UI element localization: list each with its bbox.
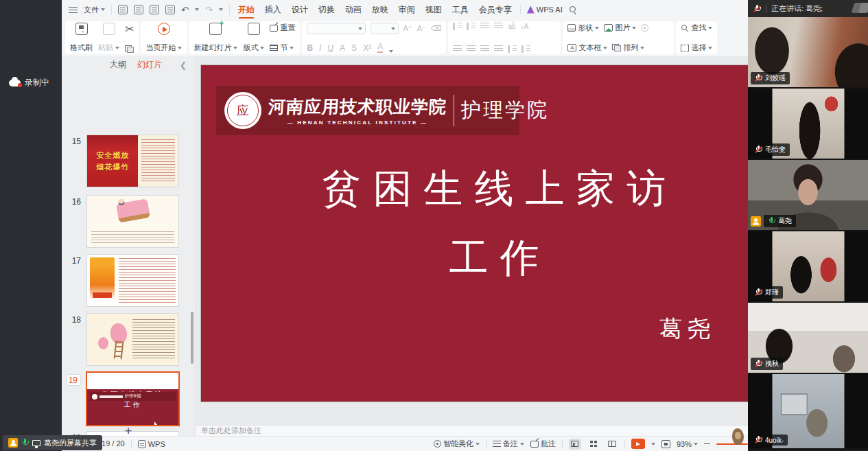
bullet-list-icon[interactable] xyxy=(453,23,462,30)
decrease-indent-icon[interactable] xyxy=(480,23,489,30)
tab-review[interactable]: 审阅 xyxy=(397,0,417,19)
strikethrough-button[interactable]: S xyxy=(351,43,357,53)
fit-window-icon[interactable] xyxy=(661,440,670,448)
wps-ai-button[interactable]: WPS AI xyxy=(527,5,563,14)
print-icon[interactable] xyxy=(150,5,159,14)
panel-scrollbar[interactable] xyxy=(191,312,193,364)
start-current-page-button[interactable]: 当页开始 xyxy=(145,23,182,53)
bold-button[interactable]: B xyxy=(307,43,313,53)
undo-icon[interactable]: ↶ xyxy=(181,5,189,15)
notes-bar[interactable]: 单击此处添加备注 xyxy=(196,425,748,436)
tab-tools[interactable]: 工具 xyxy=(450,0,471,19)
align-left-icon[interactable] xyxy=(453,45,462,53)
hamburger-icon[interactable] xyxy=(69,7,78,13)
output-icon[interactable] xyxy=(134,5,143,14)
zoom-level[interactable]: 93% xyxy=(677,440,698,448)
tab-view[interactable]: 视图 xyxy=(423,0,444,19)
phonetic-icon[interactable]: ab̄ xyxy=(508,23,515,30)
video-tile[interactable]: 4uoik- xyxy=(748,374,868,450)
tab-slideshow[interactable]: 放映 xyxy=(370,0,390,19)
tab-insert[interactable]: 插入 xyxy=(263,0,283,19)
video-tile[interactable]: 毛怡斐 xyxy=(748,89,868,160)
tab-home[interactable]: 开始 xyxy=(236,0,257,19)
muted-mic-icon[interactable] xyxy=(753,5,761,13)
comments-button[interactable]: 批注 xyxy=(530,439,556,449)
search-icon[interactable] xyxy=(569,5,577,14)
tab-slides[interactable]: 幻灯片 xyxy=(137,59,162,71)
tab-member[interactable]: 会员专享 xyxy=(477,0,514,19)
highlight-dropdown[interactable] xyxy=(389,50,393,53)
wps-button[interactable]: WPS xyxy=(138,440,165,448)
normal-view-button[interactable] xyxy=(569,439,581,450)
slideshow-play-button[interactable] xyxy=(631,439,645,449)
file-menu[interactable]: 文件 xyxy=(84,5,105,15)
slide-thumbnail-17[interactable] xyxy=(87,255,178,306)
new-slide-button[interactable]: 新建幻灯片 xyxy=(193,23,237,53)
video-tile[interactable]: 刘姣瑶 xyxy=(748,17,868,89)
tab-design[interactable]: 设计 xyxy=(290,0,310,19)
slide-canvas[interactable]: 应 河南应用技术职业学院 — HENAN TECHNICAL INSTITUTE… xyxy=(201,65,748,402)
play-dropdown[interactable] xyxy=(651,443,655,446)
paragraph-settings-icon[interactable] xyxy=(521,45,530,53)
increase-font-icon[interactable]: A⁺ xyxy=(403,24,412,33)
clear-format-icon[interactable]: ⌫ xyxy=(431,24,442,33)
tab-transition[interactable]: 切换 xyxy=(316,0,337,19)
font-name-select[interactable] xyxy=(307,23,365,34)
zoom-slider[interactable] xyxy=(716,443,748,445)
char-spacing-button[interactable]: A xyxy=(340,43,345,53)
align-right-icon[interactable] xyxy=(480,45,489,53)
pictures-button[interactable]: 图片 xyxy=(604,23,636,33)
section-button[interactable]: 节 xyxy=(270,43,295,53)
slide-title[interactable]: 贫困生线上家访 工作 xyxy=(201,163,748,285)
redo-icon[interactable]: ↷ xyxy=(205,5,213,15)
line-spacing-icon[interactable] xyxy=(508,45,517,53)
collapse-panel-icon[interactable]: ❮ xyxy=(180,60,187,70)
slide-thumbnail-18[interactable] xyxy=(87,314,178,365)
font-size-select[interactable] xyxy=(371,23,399,34)
shapes-icon xyxy=(567,24,576,32)
screen-share-overlay[interactable]: 葛尧的屏幕共享 xyxy=(3,435,102,450)
select-button[interactable]: 选择 xyxy=(681,43,712,53)
font-color-button[interactable]: A xyxy=(377,42,383,53)
notes-button[interactable]: 备注 xyxy=(493,439,524,449)
arrange-button[interactable]: 排列 xyxy=(612,43,644,53)
video-tile-active-speaker[interactable]: 葛尧 xyxy=(748,160,868,231)
redo-dropdown[interactable] xyxy=(219,8,223,11)
text-direction-icon[interactable]: ↓A xyxy=(521,23,529,30)
reset-button[interactable]: 重置 xyxy=(270,23,295,33)
slide-sorter-button[interactable] xyxy=(587,439,600,450)
disabled-insert-icon xyxy=(641,24,648,32)
slide-thumbnail-16[interactable] xyxy=(87,196,178,247)
format-painter-button[interactable]: 格式刷 xyxy=(70,23,93,53)
slide-thumbnail-19[interactable]: 护理学院 贫困生线上家访 工作 葛尧 xyxy=(87,373,178,425)
superscript-button[interactable]: X² xyxy=(363,43,371,53)
shapes-button[interactable]: 形状 xyxy=(567,23,599,33)
numbered-list-icon[interactable] xyxy=(467,23,476,30)
tab-animation[interactable]: 动画 xyxy=(343,0,364,19)
decrease-font-icon[interactable]: A⁻ xyxy=(417,24,426,33)
save-icon[interactable] xyxy=(118,5,128,14)
underline-button[interactable]: U xyxy=(327,43,333,53)
justify-icon[interactable] xyxy=(494,45,503,53)
print-preview-icon[interactable] xyxy=(165,5,175,14)
increase-indent-icon[interactable] xyxy=(494,23,503,30)
layout-button[interactable]: 版式 xyxy=(243,23,264,53)
video-tile[interactable]: 郑瑾 xyxy=(748,231,868,303)
tab-outline[interactable]: 大纲 xyxy=(110,59,126,71)
wps-mascot[interactable] xyxy=(732,428,744,445)
italic-button[interactable]: I xyxy=(319,43,321,53)
smart-beautify-button[interactable]: 智能美化 xyxy=(434,439,480,449)
textbox-button[interactable]: A文本框 xyxy=(567,43,607,53)
find-button[interactable]: 查找 xyxy=(681,23,712,33)
slide-author[interactable]: 葛尧 xyxy=(659,314,716,345)
video-tile[interactable]: 挽秋 xyxy=(748,303,868,374)
undo-dropdown[interactable] xyxy=(195,8,199,11)
align-center-icon[interactable] xyxy=(467,45,476,53)
paste-button[interactable]: 粘贴 xyxy=(98,23,119,53)
cut-icon[interactable]: ✂ xyxy=(125,23,134,36)
slide-thumbnail-15[interactable]: 安全燃放 烟花爆竹 xyxy=(87,135,178,187)
copy-icon[interactable] xyxy=(125,45,134,53)
meeting-app-logo xyxy=(853,3,868,14)
reading-view-button[interactable] xyxy=(606,439,618,450)
zoom-out-button[interactable] xyxy=(704,443,710,445)
